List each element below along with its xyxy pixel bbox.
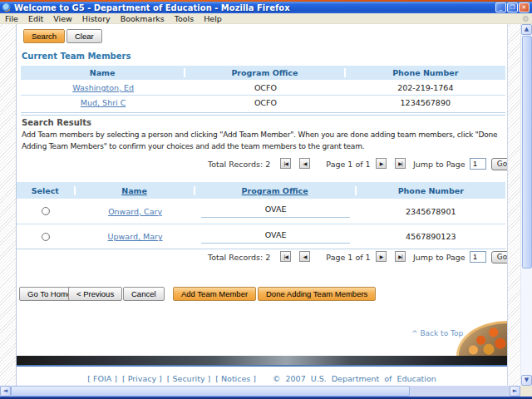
scroll-down-icon[interactable]: ▼ (521, 375, 532, 386)
firefox-window: Welcome to G5 - Department of Education … (0, 0, 532, 399)
security-link[interactable]: [ Security ] (167, 374, 210, 383)
scroll-right-icon[interactable]: ► (510, 386, 520, 397)
search-results-header-row: Select Name Program Office Phone Number (17, 182, 505, 199)
window-title: Welcome to G5 - Department of Education … (14, 3, 290, 12)
table-row: Onward, Cary OVAE 2345678901 (17, 199, 505, 224)
current-team-heading: Current Team Members (22, 52, 131, 61)
close-button[interactable]: ✕ (519, 2, 530, 12)
menu-help[interactable]: Help (199, 14, 227, 23)
jump-to-page-input[interactable] (470, 158, 486, 170)
total-records-label: Total Records: 2 (208, 253, 270, 262)
menu-edit[interactable]: Edit (23, 14, 48, 23)
last-page-icon[interactable]: ▶| (395, 158, 406, 169)
member-office: OCFO (185, 83, 345, 92)
previous-button[interactable]: < Previous (68, 287, 122, 301)
back-to-top-link[interactable]: ^ Back to Top (411, 329, 463, 337)
result-name-link[interactable]: Onward, Cary (108, 207, 162, 216)
result-office: OVAE (201, 230, 350, 244)
last-page-icon[interactable]: ▶| (395, 251, 406, 262)
result-office: OVAE (201, 204, 350, 218)
add-team-member-button[interactable]: Add Team Member (173, 287, 256, 301)
throbber-gear-icon: ⚙ (522, 13, 530, 24)
table-divider (21, 115, 505, 116)
scrollbar-corner (520, 386, 532, 397)
member-phone: 202-219-1764 (346, 83, 505, 92)
table-row: Washington, Ed OCFO 202-219-1764 (21, 80, 505, 95)
current-team-table: Name Program Office Phone Number Washing… (21, 66, 505, 116)
table-row: Upward, Mary OVAE 4567890123 (17, 224, 505, 249)
copyright-text: © 2007 U.S. Department of Education (273, 374, 436, 383)
titlebar[interactable]: Welcome to G5 - Department of Education … (0, 2, 532, 13)
page-status-label: Page 1 of 1 (324, 253, 372, 262)
col-header-phone-number: Phone Number (357, 186, 505, 195)
decorative-photo-band (17, 356, 507, 367)
col-header-program-office-sort[interactable]: Program Office (242, 186, 308, 195)
prev-page-icon[interactable]: ◀ (299, 251, 310, 262)
web-page: Search Clear Current Team Members Name P… (16, 24, 508, 386)
first-page-icon[interactable]: |◀ (280, 158, 291, 169)
horizontal-scroll-thumb[interactable] (11, 386, 410, 397)
next-page-icon[interactable]: ▶ (376, 158, 387, 169)
page-status-label: Page 1 of 1 (324, 160, 372, 169)
first-page-icon[interactable]: |◀ (280, 251, 291, 262)
go-button[interactable]: Go (491, 251, 508, 264)
notices-link[interactable]: [ Notices ] (215, 374, 256, 383)
firefox-icon (2, 3, 11, 12)
col-header-select: Select (17, 186, 76, 195)
pagination-top: Total Records: 2 |◀ ◀ Page 1 of 1 ▶ ▶| J… (17, 157, 505, 172)
go-button[interactable]: Go (491, 158, 508, 170)
menu-history[interactable]: History (77, 14, 116, 23)
browser-viewport: Search Clear Current Team Members Name P… (0, 24, 532, 397)
total-records-label: Total Records: 2 (208, 160, 270, 169)
search-results-table: Select Name Program Office Phone Number … (17, 182, 505, 249)
result-phone: 4567890123 (357, 232, 505, 241)
result-phone: 2345678901 (357, 207, 505, 216)
col-header-program-office: Program Office (185, 68, 345, 77)
member-office: OCFO (185, 98, 345, 107)
menu-bar: File Edit View History Bookmarks Tools H… (0, 13, 532, 24)
done-adding-team-members-button[interactable]: Done Adding Team Members (258, 287, 376, 301)
select-radio[interactable] (42, 207, 50, 215)
result-name-link[interactable]: Upward, Mary (108, 232, 163, 241)
scroll-left-icon[interactable]: ◄ (0, 386, 11, 397)
window-controls: _ ❐ ✕ (495, 2, 530, 12)
member-name-link[interactable]: Mud, Shri C (81, 98, 126, 107)
table-divider (17, 249, 505, 249)
search-button[interactable]: Search (23, 29, 65, 43)
col-header-name-sort[interactable]: Name (121, 186, 147, 195)
next-page-icon[interactable]: ▶ (376, 251, 387, 262)
menu-file[interactable]: File (0, 14, 23, 23)
scroll-up-icon[interactable]: ▲ (521, 24, 532, 35)
pagination-bottom: Total Records: 2 |◀ ◀ Page 1 of 1 ▶ ▶| J… (17, 250, 505, 265)
current-team-header-row: Name Program Office Phone Number (21, 66, 505, 80)
vertical-scroll-thumb[interactable] (522, 36, 532, 268)
clear-button[interactable]: Clear (66, 29, 102, 43)
member-name-link[interactable]: Washington, Ed (72, 83, 134, 92)
menu-view[interactable]: View (48, 14, 77, 23)
select-radio[interactable] (42, 233, 50, 241)
jump-to-page-label: Jump to Page (413, 160, 466, 169)
vertical-scrollbar[interactable]: ▲ ▼ (520, 24, 532, 386)
table-row: Mud, Shri C OCFO 1234567890 (21, 95, 505, 110)
privacy-link[interactable]: [ Privacy ] (122, 374, 162, 383)
cancel-button[interactable]: Cancel (123, 287, 165, 301)
table-divider (21, 112, 505, 113)
col-header-name: Name (21, 68, 185, 77)
instructions-text: Add Team members by selecting a person a… (22, 130, 508, 153)
col-header-phone-number: Phone Number (346, 68, 505, 77)
foia-link[interactable]: [ FOIA ] (87, 374, 117, 383)
footer-links: [ FOIA ] [ Privacy ] [ Security ] [ Noti… (17, 374, 507, 383)
search-results-heading: Search Results (22, 118, 91, 127)
minimize-button[interactable]: _ (495, 2, 506, 12)
menu-bookmarks[interactable]: Bookmarks (116, 14, 170, 23)
jump-to-page-input[interactable] (470, 251, 486, 263)
jump-to-page-label: Jump to Page (413, 253, 466, 262)
prev-page-icon[interactable]: ◀ (299, 158, 310, 169)
classroom-photo (456, 321, 507, 356)
horizontal-scrollbar[interactable]: ◄ ► (0, 386, 520, 397)
member-phone: 1234567890 (346, 98, 505, 107)
menu-tools[interactable]: Tools (170, 14, 199, 23)
restore-button[interactable]: ❐ (507, 2, 518, 12)
